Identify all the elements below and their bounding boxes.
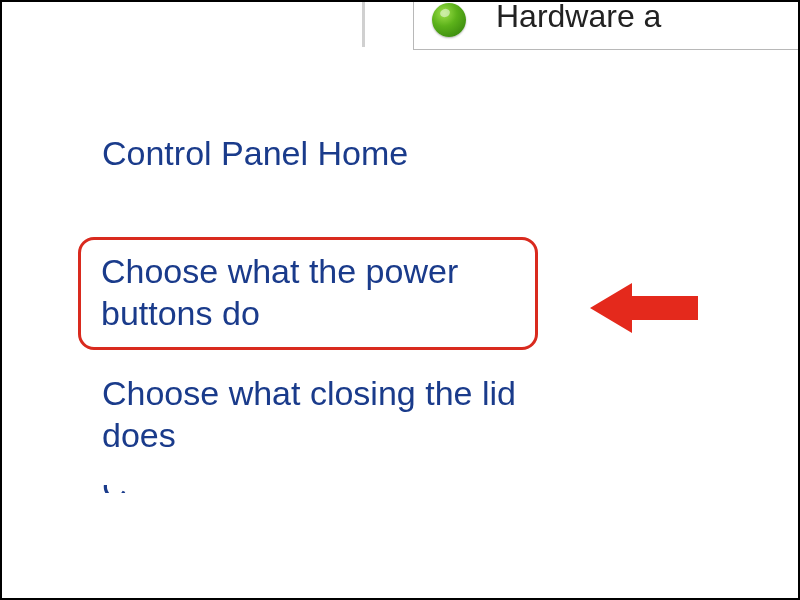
hardware-and-sound-icon (432, 3, 466, 37)
sidebar-nav: Control Panel Home Choose what the power… (102, 132, 572, 493)
toolbar-separator (362, 2, 365, 47)
svg-marker-0 (590, 283, 698, 333)
create-power-plan-link-partial[interactable]: C (102, 485, 572, 493)
annotation-arrow-icon (590, 278, 700, 338)
annotation-highlight-box: Choose what the power buttons do (78, 237, 538, 350)
breadcrumb-segment[interactable]: Hardware a (413, 2, 798, 50)
control-panel-home-link[interactable]: Control Panel Home (102, 132, 572, 175)
choose-power-buttons-link[interactable]: Choose what the power buttons do (101, 250, 515, 335)
choose-closing-lid-link[interactable]: Choose what closing the lid does (102, 372, 572, 457)
breadcrumb-label: Hardware a (496, 0, 661, 35)
partial-link-text: C (102, 485, 127, 493)
